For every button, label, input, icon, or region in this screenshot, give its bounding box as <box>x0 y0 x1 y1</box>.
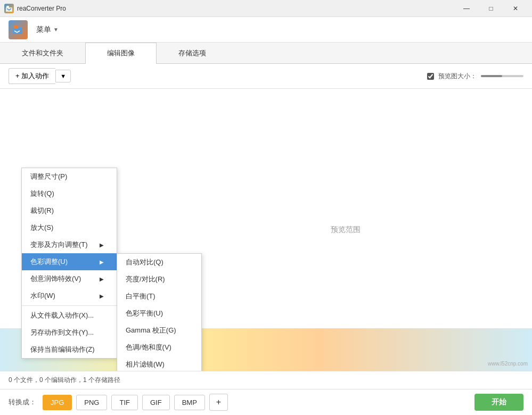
menu-item-keepaction[interactable]: 保持当前编辑动作(Z) <box>22 341 117 358</box>
submenu-arrow-icon: ▶ <box>100 242 104 248</box>
convert-label: 转换成： <box>9 397 36 407</box>
add-action-main-button[interactable]: + 加入动作 <box>9 68 55 84</box>
menu-item-loadaction[interactable]: 从文件载入动作(X)... <box>22 307 117 324</box>
preview-checkbox[interactable] <box>427 73 434 80</box>
submenu-arrow-creative-icon: ▶ <box>100 276 104 282</box>
tab-edit[interactable]: 编辑图像 <box>85 43 157 64</box>
add-action-btn-group: + 加入动作 ▼ <box>9 68 71 84</box>
start-button[interactable]: 开始 <box>474 394 523 411</box>
menu-item-crop[interactable]: 裁切(R) <box>22 202 117 219</box>
format-png-button[interactable]: PNG <box>76 395 107 410</box>
format-gif-button[interactable]: GIF <box>142 395 170 410</box>
svg-rect-0 <box>6 7 12 12</box>
menu-label: 菜单 <box>36 25 51 35</box>
menu-item-saveaction[interactable]: 另存动作到文件(Y)... <box>22 324 117 341</box>
menu-bar: 菜单 ▼ <box>0 17 532 43</box>
title-bar-left: reaConverter Pro <box>4 4 66 13</box>
submenu-item-brightness[interactable]: 亮度/对比(R) <box>117 271 201 288</box>
preview-range-label: 预览范围 <box>331 225 361 235</box>
menu-item-zoom[interactable]: 放大(S) <box>22 219 117 236</box>
submenu-item-gamma[interactable]: Gamma 校正(G) <box>117 322 201 339</box>
dropdown-menu: 调整尺寸(P) 旋转(Q) 裁切(R) 放大(S) 变形及方向调整(T) ▶ 色 <box>21 168 117 359</box>
main-window: 菜单 ▼ 文件和文件夹 编辑图像 存储选项 + 加入动作 ▼ 预览图大小： 预 <box>0 17 532 415</box>
app-title: reaConverter Pro <box>17 5 66 12</box>
submenu-item-whitebalance[interactable]: 白平衡(T) <box>117 288 201 305</box>
menu-item-watermark[interactable]: 水印(W) ▶ <box>22 287 117 304</box>
menu-arrow-icon: ▼ <box>53 27 59 32</box>
submenu-item-autocontrast[interactable]: 自动对比(Q) <box>117 254 201 271</box>
add-format-button[interactable]: + <box>209 394 228 411</box>
watermark-text: www.l52cnp.com <box>488 361 528 367</box>
maximize-button[interactable]: □ <box>479 0 503 17</box>
tab-storage[interactable]: 存储选项 <box>157 43 228 63</box>
submenu-arrow-watermark-icon: ▶ <box>100 293 104 299</box>
add-action-dropdown-button[interactable]: ▼ <box>55 70 71 82</box>
svg-rect-3 <box>14 26 18 29</box>
preview-slider[interactable] <box>481 75 523 77</box>
title-bar: reaConverter Pro — □ ✕ <box>0 0 532 17</box>
svg-rect-1 <box>6 6 9 8</box>
tab-files[interactable]: 文件和文件夹 <box>0 43 85 63</box>
submenu-arrow-color-icon: ▶ <box>100 259 104 265</box>
minimize-button[interactable]: — <box>454 0 479 17</box>
format-bmp-button[interactable]: BMP <box>174 395 205 410</box>
bottom-toolbar: 转换成： JPG PNG TIF GIF BMP + 开始 <box>0 389 532 415</box>
menu-item-resize[interactable]: 调整尺寸(P) <box>22 168 117 185</box>
preview-label: 预览图大小： <box>438 72 477 81</box>
menu-separator-1 <box>22 305 117 306</box>
app-icon <box>4 4 14 13</box>
menu-item-transform[interactable]: 变形及方向调整(T) ▶ <box>22 236 117 253</box>
menu-item-color[interactable]: 色彩调整(U) ▶ 自动对比(Q) 亮度/对比(R) 白平衡(T) <box>22 253 117 270</box>
submenu-item-colorbalance[interactable]: 色彩平衡(U) <box>117 305 201 322</box>
content-area: 预览范围 调整尺寸(P) 旋转(Q) 裁切(R) 放大(S) 变形及方向调整(T… <box>0 89 532 371</box>
menu-item-creative[interactable]: 创意润饰特效(V) ▶ <box>22 270 117 287</box>
submenu-item-huesaturation[interactable]: 色调/饱和度(V) <box>117 339 201 356</box>
app-logo-icon <box>9 20 28 39</box>
status-bar: 0 个文件，0 个编辑动作，1 个存储路径 <box>0 371 532 389</box>
color-submenu: 自动对比(Q) 亮度/对比(R) 白平衡(T) 色彩平衡(U) Gamma 校正 <box>117 253 202 371</box>
toolbar: + 加入动作 ▼ 预览图大小： <box>0 64 532 89</box>
format-tif-button[interactable]: TIF <box>111 395 138 410</box>
preview-control: 预览图大小： <box>427 72 523 81</box>
menu-item-rotate[interactable]: 旋转(Q) <box>22 185 117 202</box>
format-jpg-button[interactable]: JPG <box>43 395 72 410</box>
tab-bar: 文件和文件夹 编辑图像 存储选项 <box>0 43 532 64</box>
close-button[interactable]: ✕ <box>503 0 528 17</box>
status-text: 0 个文件，0 个编辑动作，1 个存储路径 <box>9 376 120 384</box>
submenu-item-photofilter[interactable]: 相片滤镜(W) <box>117 356 201 371</box>
title-bar-controls: — □ ✕ <box>454 0 528 17</box>
menu-button[interactable]: 菜单 ▼ <box>32 23 63 37</box>
